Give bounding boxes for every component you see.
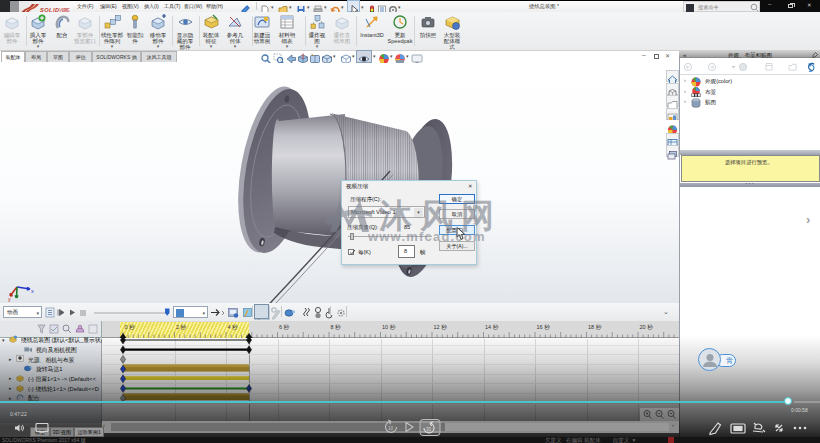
svg-text:6 秒: 6 秒 [279, 323, 290, 330]
svg-text:8 秒: 8 秒 [331, 323, 342, 330]
svg-text:30: 30 [426, 427, 432, 432]
svg-text:16 秒: 16 秒 [537, 323, 551, 330]
svg-text:4 秒: 4 秒 [228, 323, 239, 330]
svg-text:x: x [31, 288, 34, 294]
svg-text:20 秒: 20 秒 [640, 323, 654, 330]
svg-text:12 秒: 12 秒 [434, 323, 448, 330]
svg-text:18 秒: 18 秒 [588, 323, 602, 330]
svg-text:y: y [8, 296, 11, 302]
svg-text:0 秒: 0 秒 [125, 323, 136, 330]
svg-text:10: 10 [388, 426, 394, 431]
svg-text:10 秒: 10 秒 [382, 323, 396, 330]
svg-text:14 秒: 14 秒 [485, 323, 499, 330]
svg-text:2 秒: 2 秒 [176, 323, 187, 330]
